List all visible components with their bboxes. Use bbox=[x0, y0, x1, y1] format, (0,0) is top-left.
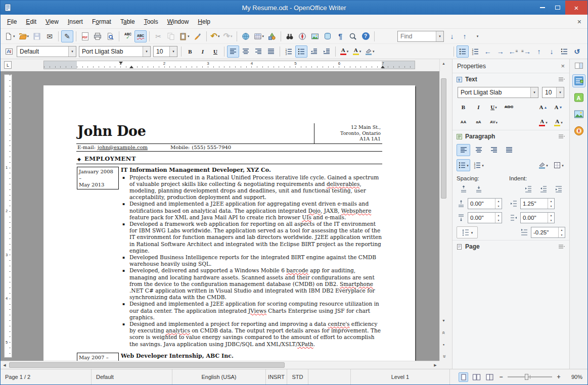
multi-page-view-button[interactable] bbox=[472, 372, 481, 382]
zoom-percentage[interactable]: 90% bbox=[565, 374, 582, 380]
sidebar-bullets-dropdown[interactable]: ▾ bbox=[457, 159, 470, 171]
insert-unnumbered-entry-button[interactable] bbox=[558, 45, 570, 58]
ruler-band[interactable]: 1234567 bbox=[43, 61, 415, 69]
demote-with-subpoints-button[interactable]: ≡→ bbox=[520, 45, 532, 58]
menu-window[interactable]: Window bbox=[163, 16, 194, 28]
background-color-button[interactable]: ▾ bbox=[364, 45, 376, 58]
email-link[interactable]: john@example.com bbox=[98, 145, 148, 150]
find-replace-button[interactable] bbox=[284, 30, 296, 42]
document-area[interactable]: 12345 John Doe 12 Main St., Toronto, Ont… bbox=[1, 71, 439, 361]
line-spacing-dropdown[interactable]: ▾ bbox=[457, 226, 478, 238]
menu-view[interactable]: View bbox=[41, 16, 63, 28]
sidebar-decrease-indent-button[interactable] bbox=[536, 183, 550, 195]
sidebar-underline-button[interactable]: U▾ bbox=[487, 101, 501, 113]
menu-insert[interactable]: Insert bbox=[63, 16, 87, 28]
sidebar-grow-font-button[interactable]: A▲ bbox=[536, 101, 550, 113]
single-page-view-button[interactable] bbox=[459, 372, 468, 382]
sidebar-tab-navigator[interactable] bbox=[572, 124, 585, 137]
decrease-indent-button[interactable] bbox=[308, 45, 320, 58]
previous-page-button[interactable]: « bbox=[440, 328, 447, 336]
sidebar-increase-indent-button[interactable] bbox=[521, 183, 535, 195]
sidebar-shrink-font-button[interactable]: A▼ bbox=[552, 101, 565, 113]
next-page-button[interactable]: « bbox=[440, 353, 447, 361]
bullets-button[interactable] bbox=[295, 45, 307, 58]
page-section-header[interactable]: Page bbox=[453, 240, 569, 253]
increase-spacing-button[interactable] bbox=[457, 183, 470, 195]
font-name-combo[interactable]: Port Lligat Slab▾ bbox=[79, 46, 151, 57]
tab-type-selector[interactable]: L bbox=[4, 61, 12, 69]
sidebar-align-center-button[interactable] bbox=[472, 144, 485, 156]
print-button[interactable] bbox=[92, 30, 104, 42]
font-color-button[interactable]: A▾ bbox=[338, 45, 350, 58]
restart-numbering-button[interactable]: ↺ bbox=[571, 45, 583, 58]
minimize-button[interactable] bbox=[535, 1, 550, 15]
sidebar-font-color-dropdown[interactable]: A▾ bbox=[536, 116, 550, 128]
spinner[interactable]: ▲▼ bbox=[548, 199, 554, 209]
spinner[interactable]: ▲▼ bbox=[558, 227, 565, 237]
copy-button[interactable] bbox=[165, 30, 177, 42]
styles-window-button[interactable] bbox=[3, 45, 15, 58]
close-document-icon[interactable]: × bbox=[577, 18, 581, 26]
combo-dropdown-icon[interactable]: ▾ bbox=[530, 87, 538, 98]
font-size-combo[interactable]: 10▾ bbox=[153, 46, 177, 57]
cut-button[interactable]: ✂ bbox=[152, 30, 164, 42]
paragraph-style-combo[interactable]: Default▾ bbox=[17, 46, 76, 57]
underline-button[interactable]: U bbox=[209, 45, 221, 58]
decrease-spacing-button[interactable] bbox=[472, 183, 485, 195]
menu-format[interactable]: Format bbox=[87, 16, 116, 28]
help-button[interactable]: ? bbox=[359, 30, 372, 42]
statusbar-selection-mode[interactable]: STD bbox=[287, 369, 308, 384]
promote-level-button[interactable]: ← bbox=[482, 45, 494, 58]
sidebar-align-left-button[interactable] bbox=[457, 144, 470, 156]
menu-table[interactable]: Table bbox=[116, 16, 140, 28]
book-view-button[interactable] bbox=[485, 372, 494, 382]
menu-file[interactable]: File bbox=[3, 16, 21, 28]
print-preview-button[interactable] bbox=[104, 30, 116, 42]
left-indent-marker[interactable] bbox=[129, 66, 133, 68]
autospellcheck-button[interactable]: ABC bbox=[134, 30, 147, 42]
italic-button[interactable]: I bbox=[197, 45, 209, 58]
open-button[interactable]: ▾ bbox=[17, 30, 31, 42]
document-page[interactable]: John Doe 12 Main St., Toronto, Ontario A… bbox=[43, 85, 415, 361]
menu-tools[interactable]: Tools bbox=[140, 16, 163, 28]
spacing-above-field[interactable]: 0.00"▲▼ bbox=[468, 198, 502, 209]
find-input[interactable]: Find▾ bbox=[397, 31, 444, 42]
section-menu-icon[interactable] bbox=[558, 244, 565, 249]
export-pdf-button[interactable]: PDF bbox=[79, 30, 91, 42]
zoom-slider[interactable] bbox=[508, 376, 552, 377]
text-section-header[interactable]: T Text bbox=[453, 73, 569, 85]
spellcheck-button[interactable]: ABC✓ bbox=[122, 30, 134, 42]
statusbar-page-style[interactable]: Default bbox=[92, 369, 172, 384]
hyperlink-button[interactable] bbox=[240, 30, 252, 42]
data-sources-button[interactable] bbox=[322, 30, 334, 42]
vertical-scroll-thumb[interactable] bbox=[441, 78, 446, 199]
email-button[interactable]: ✉ bbox=[43, 30, 56, 42]
sidebar-tab-styles[interactable]: A bbox=[572, 91, 585, 104]
horizontal-ruler[interactable]: L 1234567 bbox=[1, 59, 439, 71]
spinner[interactable]: ▲▼ bbox=[495, 213, 502, 223]
find-next-button[interactable]: ↓ bbox=[446, 30, 458, 42]
statusbar-page[interactable]: Page 1 / 2 bbox=[1, 369, 92, 384]
sidebar-italic-button[interactable]: I bbox=[472, 101, 485, 113]
spinner[interactable]: ▲▼ bbox=[548, 213, 554, 223]
horizontal-scrollbar[interactable]: ◀ ▶ bbox=[1, 361, 439, 369]
spacing-below-field[interactable]: 0.00"▲▼ bbox=[468, 212, 502, 223]
zoom-in-button[interactable]: + bbox=[556, 373, 562, 380]
find-previous-button[interactable]: ↑ bbox=[459, 30, 471, 42]
maximize-button[interactable] bbox=[550, 1, 565, 15]
align-right-button[interactable] bbox=[252, 45, 264, 58]
toolbar-options-button[interactable]: ▾ bbox=[471, 30, 483, 42]
sidebar-tab-gallery[interactable] bbox=[572, 108, 585, 121]
right-indent-marker[interactable] bbox=[381, 66, 385, 68]
combo-dropdown-icon[interactable]: ▾ bbox=[556, 87, 564, 98]
sidebar-settings-icon[interactable] bbox=[573, 62, 584, 70]
increase-indent-button[interactable] bbox=[321, 45, 333, 58]
move-up-button[interactable]: ↑ bbox=[533, 45, 545, 58]
menu-edit[interactable]: Edit bbox=[21, 16, 41, 28]
nonprinting-characters-button[interactable]: ¶ bbox=[334, 30, 346, 42]
sidebar-background-color-dropdown[interactable]: ▾ bbox=[536, 159, 550, 171]
highlighting-button[interactable]: A▾ bbox=[351, 45, 363, 58]
list-numbering-toggle-button[interactable]: 123 bbox=[469, 45, 481, 58]
spinner[interactable]: ▲▼ bbox=[495, 199, 502, 209]
section-menu-icon[interactable] bbox=[558, 134, 565, 139]
